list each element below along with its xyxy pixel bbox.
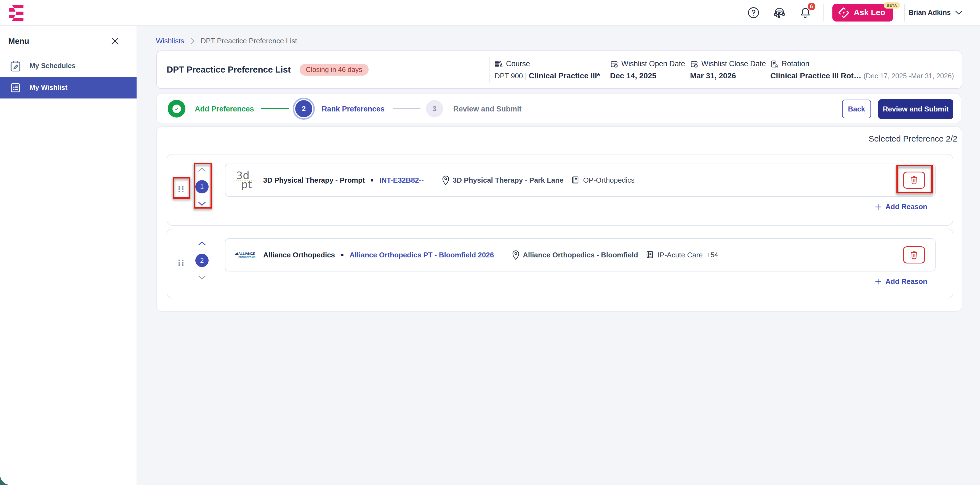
preference-card-1: 1 3d pt 3D Physic (167, 154, 953, 226)
preference-name: 3D Physical Therapy - Prompt (263, 176, 365, 184)
course-info: Course DPT 900|Clinical Practice III* (495, 51, 600, 80)
category-group: OP-Orthopedics (571, 175, 635, 185)
step-3-label[interactable]: Review and Submit (453, 105, 522, 113)
help-icon[interactable] (747, 6, 760, 19)
location-name: Alliance Orthopedics - Bloomfield (523, 251, 638, 259)
user-menu[interactable]: Brian Adkins (908, 6, 963, 19)
notifications-bell-icon[interactable]: 6 (799, 6, 812, 19)
ask-leo-label: Ask Leo (854, 8, 885, 17)
course-label: Course (506, 60, 530, 68)
location-name: 3D Physical Therapy - Park Lane (453, 176, 564, 184)
close-date-value: Mar 31, 2026 (690, 72, 766, 80)
support-headset-icon[interactable] (773, 6, 786, 19)
breadcrumb-wishlists-link[interactable]: Wishlists (156, 37, 184, 45)
drag-handle-icon[interactable] (178, 185, 185, 193)
selected-preference-count: Selected Preference 2/2 (869, 134, 958, 143)
sidebar-nav: My Schedules My Wishlist (0, 55, 137, 99)
preference-code-link[interactable]: INT-E32B82-- (379, 176, 423, 184)
notification-badge: 6 (808, 3, 815, 10)
delete-preference-button[interactable] (903, 172, 925, 189)
plus-icon (874, 278, 882, 286)
add-reason-label: Add Reason (885, 202, 927, 211)
topbar-divider (823, 4, 824, 22)
move-down-icon[interactable] (198, 201, 206, 206)
open-date-value: Dec 14, 2025 (610, 72, 685, 80)
rank-controls: 2 (195, 241, 208, 281)
page-title: DPT Preactice Preference List (167, 65, 291, 75)
org-logo-alliance: ALLIANCE ORTHOPEDICS (234, 243, 256, 267)
add-reason-label: Add Reason (885, 277, 927, 286)
schedules-calendar-icon (10, 60, 21, 72)
rotation-label: Rotation (782, 60, 810, 68)
exxat-logo-icon[interactable] (9, 5, 24, 21)
trash-icon (909, 250, 919, 260)
dot-separator (341, 254, 344, 256)
header-divider (490, 57, 490, 83)
rotation-info: Rotation Clinical Practice III Rot… (Dec… (770, 51, 954, 80)
review-and-submit-button[interactable]: Review and Submit (878, 99, 953, 119)
category-name: OP-Orthopedics (583, 176, 635, 184)
sidebar-item-my-wishlist[interactable]: My Wishlist (0, 77, 137, 99)
location-group: 3D Physical Therapy - Park Lane (442, 175, 564, 185)
open-date-info: Wishlist Open Date Dec 14, 2025 (610, 51, 685, 80)
step-3-badge[interactable]: 3 (426, 100, 443, 117)
sidebar-item-my-schedules[interactable]: My Schedules (0, 55, 137, 77)
beta-badge: BETA (884, 2, 900, 8)
add-reason-link[interactable]: Add Reason (874, 202, 927, 211)
menu-title: Menu (8, 37, 29, 46)
dot-separator (371, 179, 373, 181)
stepper-bar: Add Preferences 2 Rank Preferences 3 Rev… (156, 94, 961, 123)
close-menu-icon[interactable] (110, 36, 121, 47)
move-down-icon[interactable] (198, 275, 206, 280)
breadcrumb-current: DPT Preactice Preference List (201, 37, 297, 45)
step-2-badge[interactable]: 2 (295, 100, 312, 117)
step-2-label[interactable]: Rank Preferences (322, 105, 385, 113)
move-up-icon[interactable] (198, 167, 206, 172)
location-pin-icon (512, 250, 520, 260)
preference-code-link[interactable]: Alliance Orthopedics PT - Bloomfield 202… (350, 251, 494, 259)
preference-name: Alliance Orthopedics (263, 251, 335, 259)
add-reason-link[interactable]: Add Reason (874, 277, 927, 286)
org-logo-3dpt: 3d pt (234, 168, 256, 192)
category-book-icon (571, 175, 580, 185)
rotation-document-icon (770, 60, 779, 68)
preference-details-box: ALLIANCE ORTHOPEDICS Alliance Orthopedic… (225, 239, 935, 272)
chevron-right-icon (190, 38, 195, 45)
course-books-icon (495, 60, 503, 68)
closing-badge: Closing in 46 days (300, 64, 369, 76)
calendar-clock-icon (610, 60, 618, 68)
course-value: DPT 900|Clinical Practice III* (495, 72, 600, 80)
back-button[interactable]: Back (842, 100, 871, 118)
user-name: Brian Adkins (908, 8, 951, 17)
chevron-down-icon (955, 11, 963, 15)
plus-icon (874, 203, 882, 211)
preferences-panel: Selected Preference 2/2 (156, 126, 963, 312)
wishlist-header-card: DPT Preactice Preference List Closing in… (156, 51, 963, 89)
category-extra-count: +54 (707, 251, 718, 259)
delete-preference-button[interactable] (903, 246, 925, 264)
stepper-connector (393, 108, 420, 109)
preference-card-2: 2 (167, 229, 953, 298)
open-date-label: Wishlist Open Date (621, 60, 685, 68)
breadcrumb: Wishlists DPT Preactice Preference List (156, 37, 297, 45)
step-1-complete-icon[interactable] (168, 100, 185, 118)
step-1-label[interactable]: Add Preferences (195, 105, 254, 113)
rank-number-badge: 1 (195, 180, 208, 193)
category-name: IP-Acute Care (658, 251, 703, 259)
sidebar-item-label: My Schedules (30, 62, 76, 70)
close-date-info: Wishlist Close Date Mar 31, 2026 (690, 51, 766, 80)
top-bar: 6 Ask Leo BETA Brian Adkins (0, 0, 980, 25)
svg-text:ALLIANCE: ALLIANCE (238, 251, 255, 256)
location-group: Alliance Orthopedics - Bloomfield (512, 250, 638, 260)
trash-icon (909, 175, 919, 185)
svg-text:ORTHOPEDICS: ORTHOPEDICS (239, 256, 256, 259)
svg-text:pt: pt (241, 178, 252, 191)
sidebar-item-label: My Wishlist (30, 84, 67, 92)
drag-handle-icon[interactable] (178, 259, 185, 267)
page: 6 Ask Leo BETA Brian Adkins (0, 0, 980, 485)
move-up-icon[interactable] (198, 241, 206, 246)
wishlist-list-icon (10, 82, 21, 94)
category-book-icon (645, 250, 654, 259)
preference-details-box: 3d pt 3D Physical Therapy - Prompt INT-E… (225, 164, 935, 197)
rank-controls: 1 (195, 167, 208, 208)
